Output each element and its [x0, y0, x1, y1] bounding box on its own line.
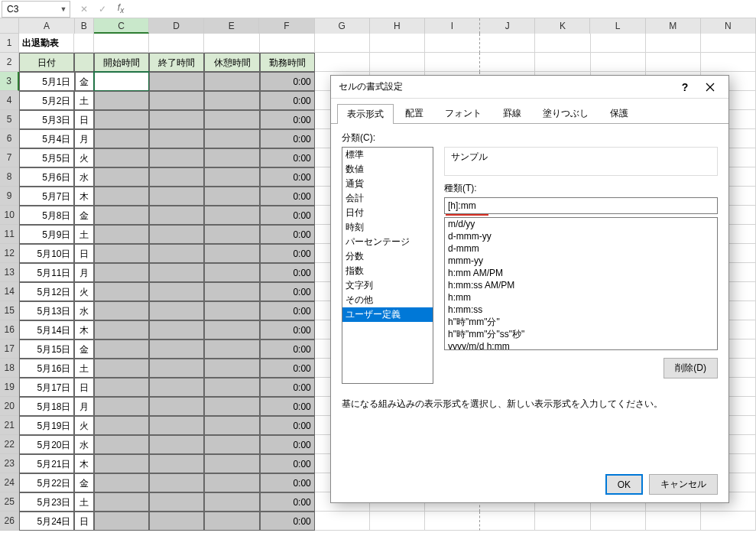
cell-b22[interactable]: 水	[74, 435, 94, 454]
row-header-14[interactable]: 14	[0, 282, 19, 301]
cell-f22[interactable]: 0:00	[260, 435, 315, 454]
cell-g1[interactable]	[315, 34, 370, 53]
cell-e21[interactable]	[204, 416, 259, 435]
cell-c6[interactable]	[94, 129, 149, 148]
cell-g26[interactable]	[315, 512, 370, 531]
cell-c3[interactable]	[94, 72, 149, 91]
cell-h2[interactable]	[370, 53, 425, 72]
type-item[interactable]: h"時"mm"分"	[445, 316, 717, 328]
cell-d15[interactable]	[149, 301, 204, 320]
cell-c17[interactable]	[94, 339, 149, 359]
cell-i26[interactable]	[425, 512, 480, 531]
col-header-c[interactable]: C	[94, 18, 149, 34]
cell-e9[interactable]	[204, 187, 259, 206]
cell-a2[interactable]: 日付	[19, 53, 74, 72]
cell-f3[interactable]: 0:00	[260, 72, 315, 91]
type-item[interactable]: d-mmm	[445, 242, 717, 255]
row-header-18[interactable]: 18	[0, 359, 19, 378]
tab-font[interactable]: フォント	[435, 103, 492, 123]
cell-d11[interactable]	[149, 225, 204, 244]
cell-a5[interactable]: 5月3日	[19, 110, 74, 129]
cell-f15[interactable]: 0:00	[260, 301, 315, 320]
tab-alignment[interactable]: 配置	[395, 103, 433, 123]
cell-d8[interactable]	[149, 167, 204, 187]
cell-l2[interactable]	[591, 53, 646, 72]
cell-d21[interactable]	[149, 416, 204, 435]
cell-a3[interactable]: 5月1日	[19, 72, 74, 91]
cell-d1[interactable]	[149, 34, 204, 53]
cell-a8[interactable]: 5月6日	[19, 167, 74, 187]
cell-d22[interactable]	[149, 435, 204, 454]
cell-f21[interactable]: 0:00	[260, 416, 315, 435]
cell-c22[interactable]	[94, 435, 149, 454]
cell-b18[interactable]: 土	[74, 359, 94, 378]
category-item[interactable]: ユーザー定義	[342, 307, 433, 322]
delete-button[interactable]: 削除(D)	[664, 358, 718, 378]
cell-b7[interactable]: 火	[74, 148, 94, 167]
cell-m2[interactable]	[646, 53, 701, 72]
cell-f10[interactable]: 0:00	[260, 206, 315, 225]
row-header-4[interactable]: 4	[0, 91, 19, 110]
name-box[interactable]: C3	[2, 4, 57, 15]
category-item[interactable]: 通貨	[342, 177, 433, 191]
cell-e7[interactable]	[204, 148, 259, 167]
type-item[interactable]: m/d/yy	[445, 218, 717, 230]
cell-n1[interactable]	[701, 34, 756, 53]
cell-c12[interactable]	[94, 244, 149, 263]
cell-f7[interactable]: 0:00	[260, 148, 315, 167]
cell-c19[interactable]	[94, 378, 149, 397]
category-item[interactable]: 日付	[342, 206, 433, 220]
cell-e15[interactable]	[204, 301, 259, 320]
formula-input[interactable]	[130, 1, 756, 18]
col-header-l[interactable]: L	[590, 18, 645, 34]
cell-f24[interactable]: 0:00	[260, 473, 315, 492]
cell-c26[interactable]	[94, 512, 149, 531]
cell-c24[interactable]	[94, 473, 149, 492]
cell-d12[interactable]	[149, 244, 204, 263]
cell-b11[interactable]: 土	[74, 225, 94, 244]
cell-i1[interactable]	[425, 34, 480, 53]
category-item[interactable]: 分数	[342, 249, 433, 264]
type-item[interactable]: mmm-yy	[445, 255, 717, 267]
cell-l1[interactable]	[591, 34, 646, 53]
cell-b6[interactable]: 月	[74, 129, 94, 148]
category-item[interactable]: 標準	[342, 148, 433, 162]
type-item[interactable]: h"時"mm"分"ss"秒"	[445, 328, 717, 340]
cell-f20[interactable]: 0:00	[260, 397, 315, 416]
cell-a4[interactable]: 5月2日	[19, 91, 74, 110]
cell-a20[interactable]: 5月18日	[19, 397, 74, 416]
cell-c8[interactable]	[94, 167, 149, 187]
cell-d14[interactable]	[149, 282, 204, 301]
fx-icon[interactable]: fx	[112, 1, 130, 18]
type-item[interactable]: h:mm	[445, 291, 717, 304]
cell-k2[interactable]	[535, 53, 590, 72]
cell-f9[interactable]: 0:00	[260, 187, 315, 206]
category-item[interactable]: 文字列	[342, 278, 433, 293]
cell-b1[interactable]	[74, 34, 94, 53]
cell-f18[interactable]: 0:00	[260, 359, 315, 378]
cell-e12[interactable]	[204, 244, 259, 263]
cell-b2[interactable]	[74, 53, 94, 72]
type-item[interactable]: h:mm:ss AM/PM	[445, 279, 717, 291]
tab-protection[interactable]: 保護	[600, 103, 638, 123]
cell-g2[interactable]	[315, 53, 370, 72]
cell-c25[interactable]	[94, 492, 149, 512]
cell-e6[interactable]	[204, 129, 259, 148]
cell-a19[interactable]: 5月17日	[19, 378, 74, 397]
cell-e24[interactable]	[204, 473, 259, 492]
category-item[interactable]: その他	[342, 293, 433, 307]
cell-b17[interactable]: 金	[74, 339, 94, 359]
row-header-13[interactable]: 13	[0, 263, 19, 282]
cell-e1[interactable]	[204, 34, 259, 53]
cell-a24[interactable]: 5月22日	[19, 473, 74, 492]
row-header-3[interactable]: 3	[0, 72, 19, 91]
cell-d24[interactable]	[149, 473, 204, 492]
cell-j2[interactable]	[480, 53, 535, 72]
cell-n26[interactable]	[701, 512, 756, 531]
close-icon[interactable]	[696, 76, 724, 98]
cell-a11[interactable]: 5月9日	[19, 225, 74, 244]
tab-border[interactable]: 罫線	[493, 103, 531, 123]
cell-a22[interactable]: 5月20日	[19, 435, 74, 454]
cell-a7[interactable]: 5月5日	[19, 148, 74, 167]
cell-a10[interactable]: 5月8日	[19, 206, 74, 225]
